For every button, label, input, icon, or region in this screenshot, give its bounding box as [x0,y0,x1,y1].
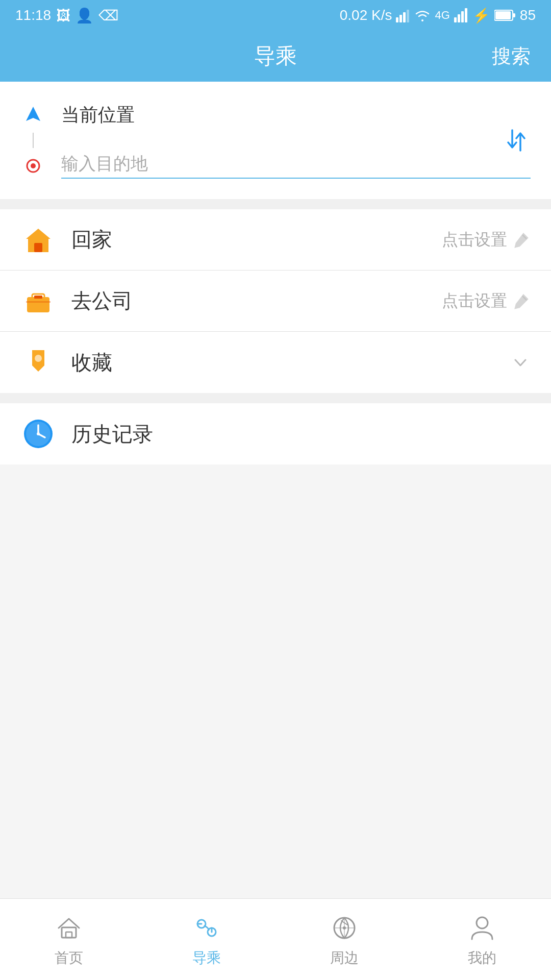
signal-icon [396,8,410,22]
svg-rect-9 [513,13,515,17]
work-edit-icon [512,292,531,310]
page-title: 导乘 [254,42,297,70]
location-wrapper: 当前位置 [20,97,531,184]
notification-icon: 🖼 [56,7,70,24]
favorites-label: 收藏 [71,349,495,377]
svg-point-34 [477,917,488,928]
nav-item-guide[interactable]: 导乘 [138,899,276,980]
charging-icon: ⚡ [472,7,490,24]
history-label: 历史记录 [71,420,531,448]
status-time: 11:18 [15,7,51,23]
current-location-row: 当前位置 [20,97,531,133]
chevron-down-icon [510,352,531,373]
battery-icon [494,9,516,21]
destination-row [20,148,531,184]
svg-point-20 [35,355,42,362]
nav-nearby-label: 周边 [330,948,359,968]
app-header: 导乘 搜索 [0,31,551,82]
home-label: 回家 [71,226,427,254]
svg-rect-5 [458,14,460,22]
nav-mine-label: 我的 [468,948,496,968]
nav-nearby-icon [328,912,361,944]
list-item-home[interactable]: 回家 点击设置 [0,209,551,271]
work-label: 去公司 [71,287,427,315]
location-separator [20,133,531,148]
divider-1 [0,199,551,209]
quick-access-section: 回家 点击设置 去公司 点击设置 [0,209,551,393]
history-header-item: 历史记录 [20,403,531,464]
svg-point-25 [37,432,40,435]
home-action-text: 点击设置 [442,229,507,251]
nav-guide-icon [190,912,223,944]
home-action[interactable]: 点击设置 [442,229,531,251]
vertical-divider [33,133,34,148]
nav-mine-icon [466,912,498,944]
favorites-pin-icon [20,345,56,380]
nav-item-mine[interactable]: 我的 [413,899,551,980]
search-button[interactable]: 搜索 [492,43,531,69]
svg-rect-27 [66,932,72,938]
work-action[interactable]: 点击设置 [442,290,531,312]
svg-rect-15 [34,243,42,252]
history-section: 历史记录 [0,403,551,464]
network-speed: 0.02 K/s [340,7,392,23]
work-action-text: 点击设置 [442,290,507,312]
home-icon [20,222,56,258]
nav-home-icon [53,912,85,944]
signal-bars-icon [454,8,468,22]
svg-rect-4 [454,17,457,22]
list-item-favorites[interactable]: 收藏 [0,332,551,393]
divider-2 [0,393,551,403]
nav-item-home[interactable]: 首页 [0,899,138,980]
status-bar: 11:18 🖼 👤 ⌫ 0.02 K/s 4G [0,0,551,31]
svg-rect-19 [26,301,51,303]
swap-button[interactable] [502,126,531,155]
mobile-data-icon: 4G [435,9,449,22]
history-clock-icon [20,416,56,452]
favorites-expand[interactable] [510,352,531,373]
current-location-text[interactable]: 当前位置 [61,103,135,128]
svg-rect-18 [34,296,42,299]
nav-guide-label: 导乘 [192,948,221,968]
svg-rect-2 [403,12,406,22]
usb-icon: ⌫ [98,7,119,24]
wifi-icon [414,8,431,22]
location-section: 当前位置 [0,82,551,199]
person-icon: 👤 [76,7,93,24]
svg-rect-3 [407,10,409,22]
list-item-work[interactable]: 去公司 点击设置 [0,271,551,332]
status-right: 0.02 K/s 4G ⚡ [340,7,536,24]
destination-dot-icon [20,158,46,174]
svg-rect-1 [399,15,402,22]
home-edit-icon [512,231,531,249]
svg-rect-7 [465,8,467,22]
svg-rect-0 [396,17,398,22]
nav-item-nearby[interactable]: 周边 [276,899,413,980]
location-arrow-icon [20,106,46,124]
svg-point-13 [31,163,36,168]
bottom-navigation: 首页 导乘 周边 [0,898,551,980]
battery-level: 85 [520,7,536,23]
svg-point-33 [343,926,346,929]
status-left: 11:18 🖼 👤 ⌫ [15,7,119,24]
nav-home-label: 首页 [55,948,83,968]
svg-marker-11 [26,107,40,121]
svg-rect-10 [495,11,511,19]
destination-input[interactable] [61,154,531,179]
work-icon [20,283,56,319]
svg-rect-6 [461,11,464,22]
